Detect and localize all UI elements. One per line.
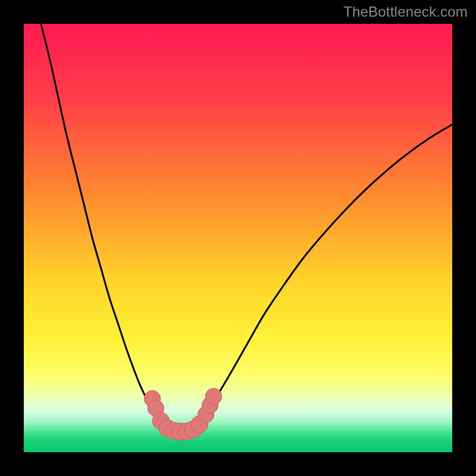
watermark-text: TheBottleneck.com bbox=[343, 4, 468, 20]
data-marker bbox=[205, 389, 222, 405]
chart-svg bbox=[24, 24, 452, 452]
plot-area bbox=[24, 24, 452, 452]
outer-frame: TheBottleneck.com bbox=[0, 0, 476, 476]
gradient-background bbox=[24, 24, 452, 452]
